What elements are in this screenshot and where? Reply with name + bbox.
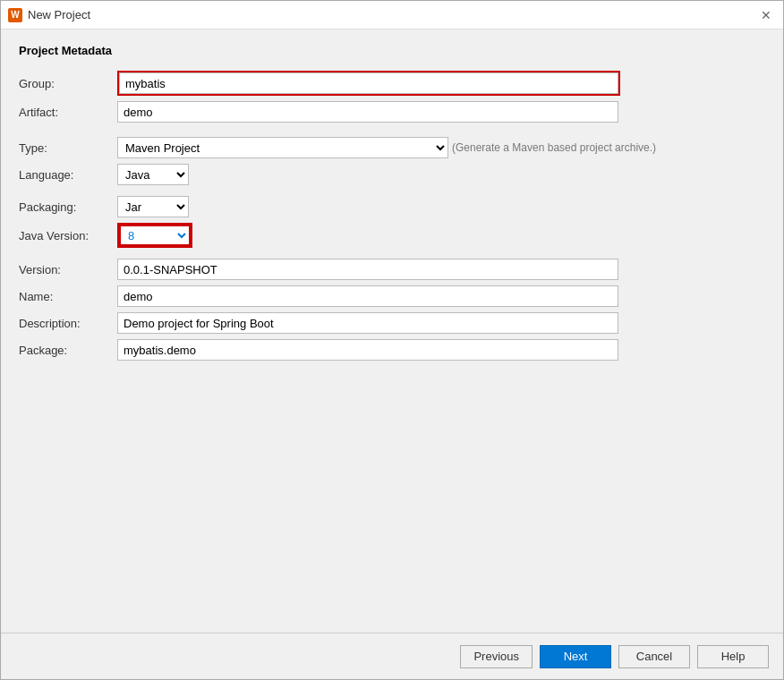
cancel-button[interactable]: Cancel [618,645,690,668]
name-row: Name: [19,283,765,310]
description-field [117,310,765,336]
group-field [117,68,765,98]
name-field [117,283,765,310]
footer: Previous Next Cancel Help [1,633,783,679]
type-label: Type: [19,134,117,161]
title-bar: W New Project ✕ [1,1,783,30]
group-input[interactable] [119,72,618,94]
java-version-field: 8 11 17 21 [117,220,765,251]
dialog-title: New Project [28,8,90,21]
packaging-field: Jar War [117,193,765,220]
next-button[interactable]: Next [540,645,611,668]
artifact-field [117,98,765,125]
language-row: Language: Java Kotlin Groovy [19,161,765,188]
packaging-label: Packaging: [19,193,117,220]
package-field [117,336,765,363]
dialog: W New Project ✕ Project Metadata Group: … [0,0,784,680]
description-label: Description: [19,310,117,336]
group-row: Group: [19,68,765,98]
type-hint: (Generate a Maven based project archive.… [452,141,656,154]
version-input[interactable] [117,259,618,280]
java-version-label: Java Version: [19,220,117,251]
java-version-wrapper: 8 11 17 21 [117,223,192,248]
section-title: Project Metadata [19,44,765,57]
language-select[interactable]: Java Kotlin Groovy [117,164,189,185]
description-input[interactable] [117,312,618,334]
version-field [117,256,765,283]
package-input[interactable] [117,339,618,361]
type-select[interactable]: Maven Project Gradle Project [117,137,448,158]
language-field: Java Kotlin Groovy [117,161,765,188]
name-input[interactable] [117,285,618,307]
previous-button[interactable]: Previous [460,645,533,668]
type-container: Maven Project Gradle Project (Generate a… [117,137,765,158]
app-icon: W [8,8,22,22]
version-label: Version: [19,256,117,283]
type-row: Type: Maven Project Gradle Project (Gene… [19,134,765,161]
help-button[interactable]: Help [697,645,769,668]
name-label: Name: [19,283,117,310]
type-field: Maven Project Gradle Project (Generate a… [117,134,765,161]
artifact-input[interactable] [117,101,618,123]
group-input-wrapper [117,71,620,96]
packaging-select[interactable]: Jar War [117,196,189,217]
form-table: Group: Artifact: Type: [19,68,765,363]
java-version-row: Java Version: 8 11 17 21 [19,220,765,251]
package-label: Package: [19,336,117,363]
version-row: Version: [19,256,765,283]
artifact-row: Artifact: [19,98,765,125]
artifact-label: Artifact: [19,98,117,125]
title-bar-left: W New Project [8,8,90,22]
content-area: Project Metadata Group: Artifact: [1,30,783,633]
java-version-select[interactable]: 8 11 17 21 [119,225,191,246]
package-row: Package: [19,336,765,363]
group-label: Group: [19,68,117,98]
description-row: Description: [19,310,765,336]
language-label: Language: [19,161,117,188]
packaging-row: Packaging: Jar War [19,193,765,220]
close-button[interactable]: ✕ [756,5,776,25]
